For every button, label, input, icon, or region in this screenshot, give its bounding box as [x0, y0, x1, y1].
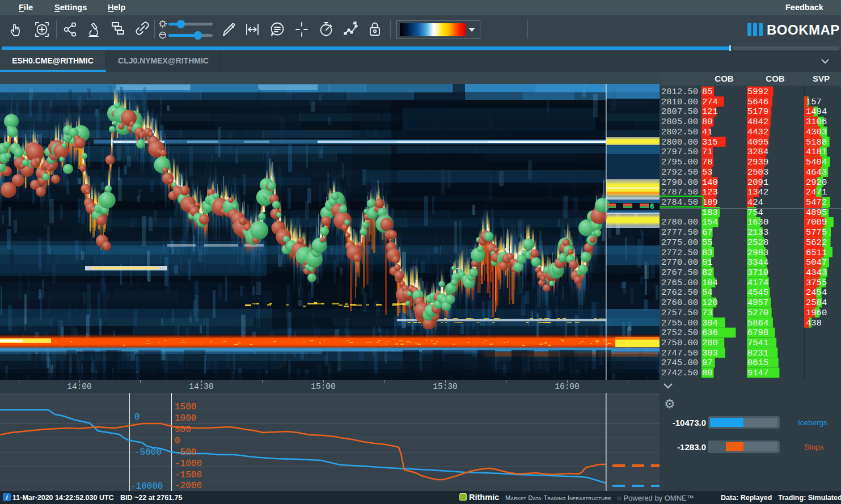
svg-text:-5000: -5000: [134, 447, 162, 458]
svg-text:438: 438: [806, 318, 822, 328]
svg-text:2795.00: 2795.00: [661, 157, 698, 167]
svg-text:2805.00: 2805.00: [661, 117, 698, 127]
svg-text:54: 54: [702, 287, 713, 298]
svg-text:123: 123: [702, 187, 718, 197]
svg-text:2777.50: 2777.50: [661, 227, 698, 238]
svg-text:4303: 4303: [806, 127, 827, 137]
svg-text:2765.00: 2765.00: [661, 278, 698, 288]
svg-text:5047: 5047: [806, 257, 827, 268]
svg-text:2983: 2983: [747, 248, 768, 258]
svg-text:9147: 9147: [747, 368, 768, 378]
svg-text:2807.50: 2807.50: [661, 107, 698, 117]
svg-text:5622: 5622: [806, 238, 827, 248]
svg-text:2770.00: 2770.00: [661, 257, 698, 268]
svg-text:6: 6: [650, 202, 654, 211]
svg-text:2800.00: 2800.00: [661, 137, 698, 147]
svg-text:5646: 5646: [747, 97, 768, 107]
svg-text:78: 78: [702, 157, 713, 167]
svg-text:3710: 3710: [747, 268, 768, 278]
svg-text:5472: 5472: [806, 197, 827, 207]
svg-text:2772.50: 2772.50: [661, 248, 698, 258]
svg-text:-1500: -1500: [175, 470, 202, 480]
svg-text:1494: 1494: [806, 107, 827, 117]
svg-text:303: 303: [702, 348, 718, 358]
svg-text:140: 140: [702, 177, 718, 188]
svg-text:304: 304: [702, 318, 718, 328]
svg-text:2745.00: 2745.00: [661, 358, 698, 368]
svg-text:2784.50: 2784.50: [661, 197, 698, 207]
svg-text:2752.50: 2752.50: [661, 328, 698, 338]
svg-text:2802.50: 2802.50: [661, 127, 698, 137]
svg-text:4545: 4545: [747, 287, 768, 298]
svg-text:2133: 2133: [747, 227, 768, 238]
svg-text:8615: 8615: [747, 358, 768, 368]
svg-text:3106: 3106: [806, 117, 827, 127]
svg-text:4432: 4432: [747, 127, 768, 137]
svg-text:2750.00: 2750.00: [661, 338, 698, 348]
svg-text:154: 154: [702, 217, 718, 227]
svg-text:67: 67: [702, 227, 713, 238]
svg-text:COB: COB: [715, 74, 734, 83]
svg-text:280: 280: [702, 338, 718, 348]
svg-text:424: 424: [747, 197, 763, 207]
svg-text:2762.50: 2762.50: [661, 287, 698, 298]
svg-text:2742.50: 2742.50: [661, 368, 698, 378]
svg-text:-2000: -2000: [175, 481, 202, 491]
svg-text:2792.50: 2792.50: [661, 167, 698, 177]
svg-text:6798: 6798: [747, 328, 768, 338]
svg-text:5270: 5270: [747, 308, 768, 318]
svg-text:1000: 1000: [175, 413, 196, 423]
svg-text:1500: 1500: [175, 402, 196, 412]
svg-text:4842: 4842: [747, 117, 768, 127]
svg-text:2584: 2584: [806, 298, 827, 308]
svg-text:0: 0: [134, 412, 140, 422]
svg-text:636: 636: [702, 328, 718, 338]
svg-text:2810.00: 2810.00: [661, 97, 698, 107]
svg-text:4174: 4174: [747, 278, 768, 288]
svg-text:5864: 5864: [747, 318, 768, 328]
svg-text:97: 97: [702, 358, 713, 368]
svg-text:-500: -500: [175, 447, 196, 458]
svg-text:-10000: -10000: [130, 481, 163, 491]
svg-text:157: 157: [806, 97, 822, 107]
svg-text:4343: 4343: [806, 268, 827, 278]
svg-text:51: 51: [702, 257, 713, 268]
svg-text:109: 109: [702, 197, 718, 207]
svg-text:104: 104: [702, 278, 718, 288]
svg-text:6511: 6511: [806, 248, 827, 258]
svg-text:-1000: -1000: [175, 459, 202, 469]
svg-text:0: 0: [175, 436, 180, 446]
svg-text:4095: 4095: [747, 137, 768, 147]
svg-text:2471: 2471: [806, 187, 827, 197]
svg-text:2812.50: 2812.50: [661, 87, 698, 97]
svg-text:5404: 5404: [806, 157, 827, 167]
svg-text:1630: 1630: [747, 217, 768, 227]
svg-text:3755: 3755: [806, 278, 827, 288]
svg-text:2503: 2503: [747, 167, 768, 177]
svg-text:85: 85: [702, 87, 713, 97]
svg-text:2767.50: 2767.50: [661, 268, 698, 278]
svg-text:2454: 2454: [806, 287, 827, 298]
svg-text:2797.50: 2797.50: [661, 147, 698, 157]
svg-text:2747.50: 2747.50: [661, 348, 698, 358]
svg-text:4957: 4957: [747, 298, 768, 308]
svg-text:8231: 8231: [747, 348, 768, 358]
svg-text:7541: 7541: [747, 338, 768, 348]
svg-text:2528: 2528: [747, 238, 768, 248]
svg-text:COB: COB: [766, 74, 785, 83]
svg-text:121: 121: [702, 107, 718, 117]
svg-text:55: 55: [702, 238, 713, 248]
svg-text:4643: 4643: [806, 167, 827, 177]
svg-text:5188: 5188: [806, 137, 827, 147]
svg-text:83: 83: [702, 248, 713, 258]
svg-text:53: 53: [702, 167, 713, 177]
svg-text:2775.00: 2775.00: [661, 238, 698, 248]
svg-text:2939: 2939: [747, 157, 768, 167]
svg-text:80: 80: [702, 117, 713, 127]
svg-text:2091: 2091: [747, 177, 768, 188]
svg-text:5992: 5992: [747, 87, 768, 97]
svg-text:71: 71: [702, 147, 713, 157]
svg-text:2755.00: 2755.00: [661, 318, 698, 328]
svg-text:73: 73: [702, 308, 713, 318]
svg-text:2760.00: 2760.00: [661, 298, 698, 308]
